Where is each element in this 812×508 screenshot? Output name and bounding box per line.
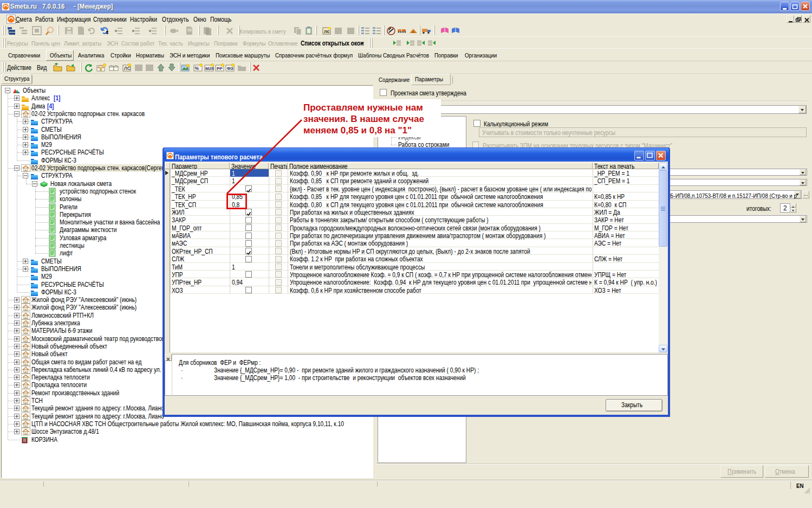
svg-text:%: % — [195, 66, 199, 71]
svg-text:М29: М29 — [205, 66, 214, 71]
svg-text:ФЗ: ФЗ — [227, 66, 233, 71]
svg-text:РР: РР — [217, 66, 223, 71]
svg-text:лс: лс — [324, 29, 330, 34]
